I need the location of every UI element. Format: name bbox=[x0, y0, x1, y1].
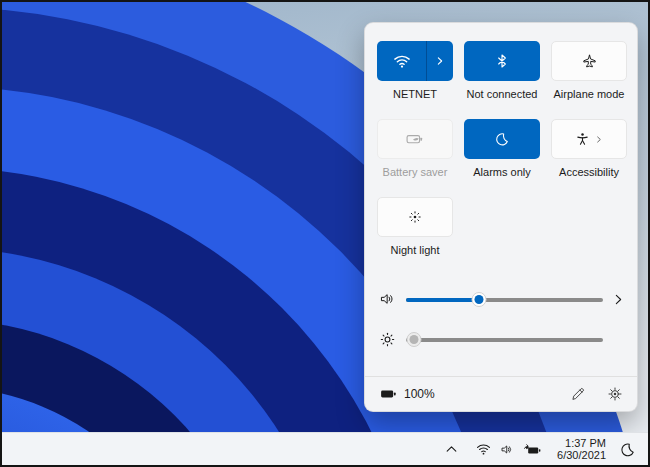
screenshot-root: NETNET Not connected bbox=[0, 0, 650, 467]
wifi-expand-button[interactable] bbox=[427, 41, 453, 81]
battery-saver-icon bbox=[405, 131, 425, 147]
moon-icon bbox=[494, 131, 510, 147]
tile-cell-battery-saver: Battery saver bbox=[377, 119, 453, 179]
tile-cell-wifi: NETNET bbox=[377, 41, 453, 101]
clock-date: 6/30/2021 bbox=[557, 449, 606, 461]
battery-saver-tile-label: Battery saver bbox=[383, 166, 448, 179]
moon-icon bbox=[619, 441, 636, 458]
taskbar: 1:37 PM 6/30/2021 bbox=[2, 432, 648, 465]
airplane-mode-tile[interactable] bbox=[551, 41, 627, 81]
clock-time: 1:37 PM bbox=[557, 437, 606, 449]
focus-assist-tile[interactable] bbox=[464, 119, 540, 159]
wifi-icon bbox=[392, 52, 412, 70]
focus-assist-tile-label: Alarms only bbox=[473, 166, 530, 179]
chevron-up-icon bbox=[445, 444, 458, 454]
wifi-tile[interactable] bbox=[377, 41, 453, 81]
night-light-tile[interactable] bbox=[377, 197, 453, 237]
focus-assist-tray-button[interactable] bbox=[613, 436, 641, 462]
brightness-row bbox=[377, 327, 625, 351]
tile-cell-focus-assist: Alarms only bbox=[464, 119, 540, 179]
taskbar-clock[interactable]: 1:37 PM 6/30/2021 bbox=[557, 437, 606, 461]
accessibility-tile-label: Accessibility bbox=[559, 166, 619, 179]
chevron-right-icon bbox=[612, 293, 625, 306]
battery-icon bbox=[379, 387, 398, 401]
bluetooth-tile[interactable] bbox=[464, 41, 540, 81]
tile-cell-bluetooth: Not connected bbox=[464, 41, 540, 101]
bluetooth-tile-label: Not connected bbox=[467, 88, 538, 101]
night-light-icon bbox=[407, 209, 423, 225]
battery-percentage: 100% bbox=[404, 387, 435, 401]
edit-quick-settings-button[interactable] bbox=[570, 386, 586, 402]
gear-icon bbox=[607, 386, 623, 402]
quick-settings-footer: 100% bbox=[365, 376, 637, 411]
airplane-mode-tile-label: Airplane mode bbox=[554, 88, 625, 101]
airplane-icon bbox=[581, 53, 598, 70]
brightness-slider[interactable] bbox=[406, 331, 603, 348]
wifi-icon bbox=[476, 443, 491, 456]
footer-actions bbox=[570, 386, 623, 402]
speaker-icon[interactable] bbox=[377, 291, 397, 307]
volume-expand-button[interactable] bbox=[603, 293, 625, 306]
taskbar-overflow-button[interactable] bbox=[439, 436, 463, 462]
quick-settings-tile-grid: NETNET Not connected bbox=[377, 41, 625, 257]
night-light-tile-label: Night light bbox=[391, 244, 440, 257]
volume-slider-thumb[interactable] bbox=[471, 292, 486, 307]
accessibility-icon bbox=[575, 131, 590, 147]
volume-row bbox=[377, 287, 625, 311]
bluetooth-icon bbox=[494, 52, 510, 70]
battery-charging-icon bbox=[523, 443, 541, 456]
brightness-slider-track[interactable] bbox=[406, 338, 603, 342]
volume-slider-thumb-dot bbox=[474, 295, 483, 304]
chevron-right-icon bbox=[595, 135, 603, 144]
volume-slider[interactable] bbox=[406, 291, 603, 308]
tile-cell-airplane: Airplane mode bbox=[551, 41, 627, 101]
taskbar-system-tray[interactable] bbox=[469, 436, 548, 462]
brightness-slider-thumb[interactable] bbox=[406, 332, 421, 347]
sun-icon bbox=[377, 331, 397, 348]
pencil-icon bbox=[570, 386, 586, 402]
wifi-toggle[interactable] bbox=[377, 41, 426, 81]
quick-settings-panel: NETNET Not connected bbox=[364, 22, 638, 412]
wifi-tile-label: NETNET bbox=[393, 88, 437, 101]
accessibility-tile[interactable] bbox=[551, 119, 627, 159]
brightness-slider-thumb-dot bbox=[409, 335, 418, 344]
chevron-right-icon bbox=[435, 56, 445, 66]
battery-saver-tile[interactable] bbox=[377, 119, 453, 159]
settings-button[interactable] bbox=[607, 386, 623, 402]
battery-status[interactable]: 100% bbox=[379, 387, 435, 401]
tile-cell-night-light: Night light bbox=[377, 197, 453, 257]
speaker-icon bbox=[500, 443, 514, 456]
tile-cell-accessibility: Accessibility bbox=[551, 119, 627, 179]
volume-slider-fill bbox=[406, 298, 479, 302]
